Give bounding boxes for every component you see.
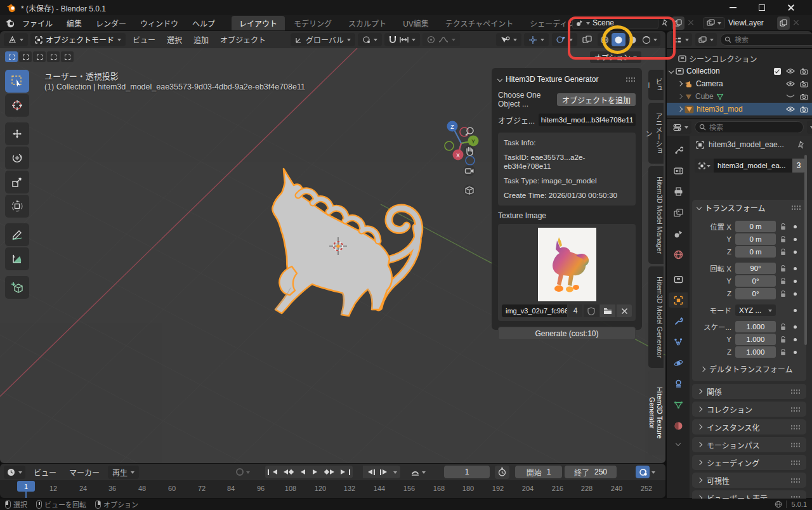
expand-icon[interactable] [678,107,683,112]
add-object-button[interactable]: オブジェクトを追加 [557,93,636,106]
shading-rendered-button[interactable] [639,33,653,46]
camera-visibility-icon[interactable] [800,93,808,100]
playhead[interactable]: 1 [17,481,35,492]
workspace-tab-layout[interactable]: レイアウト [232,16,285,30]
tab-object-data[interactable] [669,397,688,412]
tab-output[interactable] [669,184,688,199]
menu-select[interactable]: 選択 [162,33,187,46]
panel-visibility[interactable]: 可視性 [692,473,806,488]
panel-collapse-icon[interactable] [697,205,702,210]
animate-dot[interactable] [794,251,797,254]
timeline-menu-view[interactable]: ビュー [29,466,61,479]
menu-add[interactable]: 追加 [189,33,213,46]
eye-icon[interactable] [786,106,795,112]
lock-icon[interactable] [780,291,786,298]
location-y-field[interactable]: 0 m [735,233,776,245]
play-reverse-button[interactable] [294,466,309,478]
workspace-tab-modeling[interactable]: モデリング [286,16,339,30]
tabs-overflow-chevron[interactable] [676,441,681,446]
delta-transform-subpanel[interactable]: デルタトランスフォーム [701,363,792,374]
outliner-row-scene-collection[interactable]: シーンコレクション [667,52,812,65]
texture-filename[interactable]: img_v3_02u7_fc966f... [502,304,567,317]
animate-dot[interactable] [794,292,797,296]
select-mode-invert-button[interactable] [47,51,60,62]
lock-icon[interactable] [780,324,786,330]
viewlayer-icon-pill[interactable] [703,17,725,29]
fake-user-button[interactable] [584,304,599,317]
frame-end-field[interactable]: 終了250 [565,466,617,478]
panel-grip[interactable] [625,77,636,82]
scale-tool[interactable] [5,171,29,193]
eye-icon[interactable] [786,81,795,87]
new-scene-button[interactable] [672,16,684,30]
unlink-scene-icon[interactable] [688,20,694,26]
expand-icon[interactable] [678,81,683,86]
panel-collections[interactable]: コレクション [692,402,806,417]
workspace-tab-texpaint[interactable]: テクスチャペイント [438,16,521,30]
eye-icon[interactable] [786,68,795,74]
camera-visibility-icon[interactable] [800,106,808,113]
sidebar-tab-model-man[interactable]: Hitem3D Model Manager [648,166,664,264]
sidebar-tab-animation[interactable]: アニメーション [648,103,664,164]
add-cube-tool[interactable] [5,276,29,299]
animate-dot[interactable] [794,325,797,329]
snapping-controls[interactable] [384,33,420,46]
panel-grip[interactable] [791,205,801,211]
generate-button[interactable]: Generate (cost:10) [498,327,636,340]
measure-tool[interactable] [5,247,29,270]
shading-solid-button[interactable] [612,33,625,46]
menu-file[interactable]: ファイル [16,16,59,30]
orthographic-toggle-icon[interactable] [462,183,476,197]
tab-material[interactable] [669,418,688,433]
viewlayer-name[interactable]: ViewLayer [728,18,774,27]
collection-checkbox[interactable] [774,68,781,75]
frame-start-field[interactable]: 開始1 [515,466,562,478]
outliner-row-camera[interactable]: Camera [667,77,812,90]
lock-icon[interactable] [780,336,786,343]
rotation-x-field[interactable]: 90° [735,263,776,274]
tab-particles[interactable] [669,334,688,350]
timeline-editor-type-button[interactable] [4,466,25,479]
scale-x-field[interactable]: 1.000 [735,321,776,332]
blender-menu-icon[interactable] [5,18,15,28]
mode-selector[interactable]: オブジェクトモード [30,33,126,46]
scale-z-field[interactable]: 1.000 [735,346,776,358]
animate-dot[interactable] [794,280,797,283]
show-gizmo-toggle[interactable] [496,33,521,46]
properties-editor-type-button[interactable] [670,121,691,134]
breadcrumb-object-name[interactable]: hitem3d_model_eae... [709,140,793,149]
tab-physics[interactable] [669,355,688,370]
play-button[interactable] [309,466,324,478]
tab-render[interactable] [669,163,688,178]
cursor-tool[interactable] [5,94,29,117]
close-button[interactable] [776,0,806,15]
animate-dot[interactable] [794,238,797,241]
menu-view[interactable]: ビュー [128,33,160,46]
outliner-row-cube[interactable]: Cube [667,90,812,103]
scale-y-field[interactable]: 1.000 [735,334,776,345]
menu-render[interactable]: レンダー [89,16,133,30]
menu-edit[interactable]: 編集 [60,16,88,30]
panel-instancing[interactable]: インスタンス化 [692,419,806,435]
animate-dot[interactable] [794,225,797,228]
playback-sync-button[interactable] [636,466,655,478]
viewport-options-button[interactable]: オプション [590,51,642,63]
location-x-field[interactable]: 0 m [735,221,776,232]
overlays-toggle[interactable] [552,33,577,46]
rotate-tool[interactable] [5,147,29,169]
camera-view-icon[interactable] [462,164,476,178]
properties-scrollbar[interactable] [804,155,807,345]
object-field-value[interactable]: hitem3d_mod...b3f4e708e11 [539,114,636,126]
object-id-icon-button[interactable] [695,159,714,173]
eye-closed-icon[interactable] [786,94,795,99]
unlink-image-button[interactable] [617,304,632,317]
object-name-field[interactable]: hitem3d_model_ea... [714,159,792,173]
panel-shading[interactable]: シェーディング [692,455,806,470]
expand-icon[interactable] [678,94,683,99]
pan-hand-icon[interactable] [462,144,476,158]
keying-popover[interactable] [411,468,426,476]
animate-dot[interactable] [794,267,797,270]
auto-keying-toggle[interactable] [236,468,250,476]
proportional-editing[interactable] [422,33,460,46]
snap-pivot-button[interactable] [358,33,382,46]
